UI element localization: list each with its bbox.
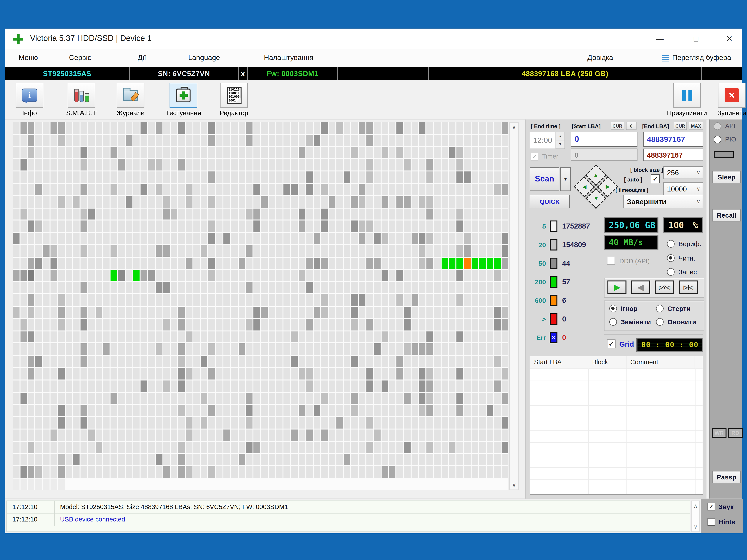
scan-block (141, 454, 147, 465)
scan-block (449, 208, 456, 220)
verify-radio[interactable] (667, 240, 674, 247)
ignore-radio[interactable] (609, 305, 617, 313)
end-lba-cur-button[interactable]: CUR (674, 122, 687, 130)
scan-block (133, 294, 140, 306)
scan-grid-scrollbar[interactable]: ∧ ∨ (509, 123, 519, 490)
menu-item-language[interactable]: Language (188, 53, 220, 61)
after-scan-action-select[interactable]: Завершити ∨ (623, 195, 703, 208)
pio-radio[interactable] (714, 136, 721, 143)
info-button[interactable]: i (16, 83, 43, 108)
block-size-select[interactable]: 256 ∨ (663, 166, 703, 179)
end-time-spin-buttons[interactable]: ▲ ▼ (556, 132, 565, 149)
pause-button[interactable] (673, 83, 701, 108)
start-lba-cur-button[interactable]: CUR (611, 122, 624, 130)
scan-block (163, 331, 170, 343)
seek-step-button[interactable]: ▷|◁ (679, 281, 698, 294)
timeout-select[interactable]: 10000 ∨ (663, 182, 703, 195)
start-lba-input[interactable]: 0 (571, 132, 638, 147)
scan-block (118, 319, 125, 330)
scan-block (502, 270, 508, 281)
scan-block (208, 466, 215, 478)
start-lba-zero-button[interactable]: 0 (626, 122, 637, 130)
play-button[interactable]: ▶ (608, 281, 626, 294)
scan-button[interactable]: Scan (530, 167, 559, 191)
end-lba-max-button[interactable]: MAX (689, 122, 703, 130)
end-lba-secondary[interactable]: 488397167 (643, 149, 703, 161)
capacity-lcd: 250,06 GB (604, 217, 659, 233)
menu-item-actions[interactable]: Дії (138, 53, 146, 61)
write-radio[interactable] (667, 268, 674, 276)
scan-block (291, 417, 298, 428)
passp-button[interactable]: Passp (712, 471, 741, 483)
scan-block (194, 466, 200, 478)
scroll-up-icon[interactable]: ∧ (510, 123, 518, 132)
timer-checkbox[interactable]: ✓ (531, 153, 538, 160)
menu-item-menu[interactable]: Меню (19, 53, 38, 61)
hints-checkbox[interactable] (707, 518, 715, 526)
scan-block (118, 221, 125, 232)
scan-block (43, 307, 49, 318)
col-start-lba[interactable]: Start LBA (530, 356, 588, 369)
col-block[interactable]: Block (588, 356, 626, 369)
scroll-up-icon[interactable]: ∧ (692, 501, 699, 510)
scan-block (35, 184, 42, 195)
scan-block (88, 123, 95, 134)
scan-block (419, 282, 426, 293)
scroll-down-icon[interactable]: ∨ (510, 480, 518, 489)
device-close-button[interactable]: x (239, 67, 248, 80)
minimize-button[interactable]: — (649, 32, 670, 46)
scan-block (186, 454, 192, 465)
menu-item-buffer-view[interactable]: Перегляд буфера (672, 53, 731, 61)
scan-block (434, 466, 441, 478)
smart-button[interactable] (68, 83, 95, 108)
read-radio[interactable] (667, 254, 674, 262)
sleep-button[interactable]: Sleep (712, 171, 741, 183)
wr-button[interactable]: WR (712, 428, 727, 437)
scan-block (81, 344, 87, 355)
stop-button[interactable]: ✕ (718, 83, 746, 108)
scan-block (246, 294, 253, 306)
ddd-checkbox[interactable] (607, 257, 615, 265)
scan-block (118, 344, 125, 355)
grid-checkbox[interactable]: ✓ (607, 340, 615, 348)
col-comment[interactable]: Comment (626, 356, 695, 369)
scan-block (494, 196, 501, 207)
test-button[interactable] (170, 83, 197, 108)
editor-button[interactable]: 010110 110011 101000 0001 (220, 83, 248, 108)
scan-block (126, 135, 132, 146)
replace-radio[interactable] (609, 318, 617, 326)
menu-item-help[interactable]: Довідка (588, 53, 613, 61)
scan-block (389, 208, 395, 220)
refresh-radio[interactable] (656, 318, 664, 326)
scan-block (66, 429, 72, 441)
scan-dropdown-button[interactable]: ▼ (560, 167, 571, 191)
api-radio[interactable] (714, 123, 721, 130)
scan-block (479, 282, 486, 293)
scan-block (306, 393, 313, 404)
log-area[interactable]: 17:12:10 Model: ST9250315AS; Size 488397… (6, 501, 690, 532)
auto-checkbox[interactable]: ✓ (651, 174, 660, 183)
rewind-button[interactable]: ◀ (631, 281, 650, 294)
rd-button[interactable]: RD (728, 428, 743, 437)
seek-random-button[interactable]: ▷?◁ (655, 281, 674, 294)
erase-radio[interactable] (656, 305, 664, 313)
quick-button[interactable]: QUICK (530, 195, 570, 208)
menu-item-service[interactable]: Сервіс (69, 53, 91, 61)
maximize-button[interactable]: □ (686, 32, 706, 46)
spin-down-icon[interactable]: ▼ (556, 140, 565, 149)
scan-block (276, 270, 283, 281)
end-time-spinner[interactable]: 12:00 ▲ ▼ (530, 132, 565, 149)
pio-label: PIO (725, 136, 736, 143)
scan-block (419, 258, 426, 269)
logs-button[interactable] (117, 83, 144, 108)
scroll-down-icon[interactable]: ∨ (692, 522, 699, 531)
end-lba-input[interactable]: 488397167 (643, 132, 703, 147)
recall-button[interactable]: Recall (712, 209, 741, 221)
spin-up-icon[interactable]: ▲ (556, 132, 565, 140)
menu-item-settings[interactable]: Налаштування (264, 53, 313, 61)
sound-checkbox[interactable]: ✓ (707, 503, 715, 510)
log-scrollbar[interactable]: ∧ ∨ (691, 501, 700, 532)
defect-table[interactable]: Start LBA Block Comment (530, 356, 703, 495)
scan-block (366, 184, 373, 195)
close-button[interactable]: ✕ (719, 32, 740, 46)
